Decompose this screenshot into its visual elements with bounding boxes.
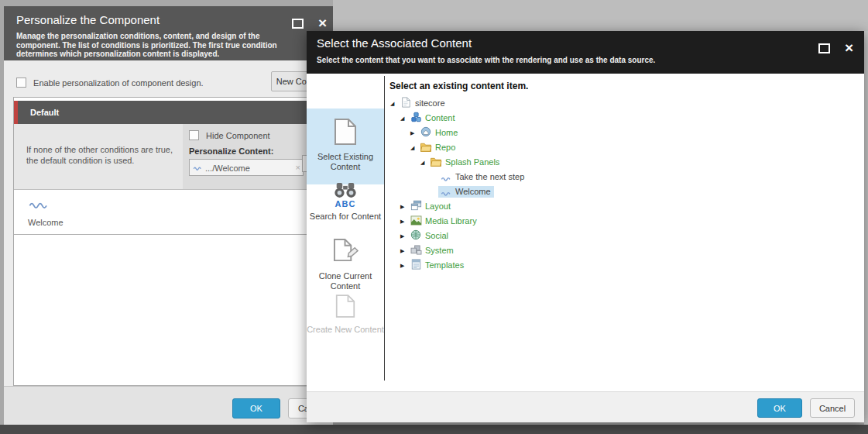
collapsed-expander-icon[interactable]: ▶ — [410, 126, 418, 140]
tree-item-label: sitecore — [415, 98, 445, 108]
collapsed-expander-icon[interactable]: ▶ — [400, 199, 408, 214]
dialog-header: Select the Associated Content Select the… — [307, 31, 864, 74]
layout-icon — [410, 200, 422, 215]
dialog-title: Personalize the Component — [16, 13, 160, 26]
expanded-expander-icon[interactable]: ◢ — [400, 111, 408, 126]
dialog-description: Manage the personalization conditions, c… — [16, 32, 286, 59]
desktop-background — [333, 0, 868, 31]
squiggle-icon — [193, 163, 203, 172]
enable-personalization-row: Enable personalization of component desi… — [16, 78, 204, 88]
sidebar-item-label: Select Existing Content — [307, 152, 384, 172]
tree-item-label: Repo — [435, 143, 455, 152]
collapsed-expander-icon[interactable]: ▶ — [400, 258, 408, 273]
dialog-header: Personalize the Component Manage the per… — [4, 6, 333, 60]
sidebar-item-label: Create New Content — [307, 325, 384, 335]
tree-item-sitecore[interactable]: ◢sitecore — [387, 96, 852, 111]
dialog-sidebar: Select Existing ContentABCSearch for Con… — [307, 74, 384, 391]
ok-button[interactable]: OK — [757, 398, 802, 418]
tree-item-content[interactable]: ◢Content — [387, 111, 852, 126]
tree-item-splash-panels[interactable]: ◢Splash Panels — [387, 155, 852, 170]
expanded-expander-icon[interactable]: ◢ — [390, 96, 398, 111]
condition-description: If none of the other conditions are true… — [14, 124, 183, 189]
tree-item-home[interactable]: ▶Home — [387, 126, 852, 140]
content-preview-item[interactable]: Welcome — [14, 190, 330, 235]
collapsed-expander-icon[interactable]: ▶ — [400, 214, 408, 229]
dialog-select-associated-content: Select the Associated Content Select the… — [307, 31, 864, 422]
tree-item-label: Splash Panels — [445, 157, 499, 167]
home-globe-icon — [420, 126, 432, 142]
ok-button[interactable]: OK — [232, 398, 280, 418]
clear-icon[interactable]: × — [296, 160, 300, 175]
hide-component-checkbox[interactable] — [189, 130, 199, 140]
tree-item-label: System — [425, 246, 454, 255]
tree-item-label: Content — [425, 113, 455, 122]
abc-icon-text: ABC — [307, 199, 384, 208]
conditions-panel: Default If none of the other conditions … — [13, 97, 331, 386]
personalize-content-value: .../Welcome — [205, 164, 250, 173]
tree-item-layout[interactable]: ▶Layout — [387, 199, 852, 214]
tree-item-label: Media Library — [425, 216, 477, 226]
content-heading: Select an existing content item. — [389, 81, 528, 91]
page-icon — [400, 97, 412, 112]
tree-item-label: Take the next step — [455, 172, 524, 181]
expanded-expander-icon[interactable]: ◢ — [410, 140, 418, 155]
default-condition-row: If none of the other conditions are true… — [14, 124, 330, 190]
clone-document-icon — [333, 254, 359, 267]
dialog-title: Select the Associated Content — [317, 36, 472, 50]
desktop-background-edge — [864, 31, 868, 425]
content-preview-label: Welcome — [28, 218, 330, 227]
close-icon[interactable]: × — [318, 18, 327, 29]
tree-item-label: Welcome — [455, 187, 491, 196]
cancel-button[interactable]: Cancel — [810, 398, 855, 418]
expanded-expander-icon[interactable]: ◢ — [420, 155, 428, 170]
document-icon — [334, 135, 357, 148]
globe-icon — [410, 229, 422, 245]
dialog-footer: OK Cancel — [4, 386, 333, 425]
templates-icon — [410, 259, 422, 274]
dialog-description: Select the content that you want to asso… — [317, 56, 655, 64]
tree-item-label: Social — [425, 231, 448, 240]
tree-item-templates[interactable]: ▶Templates — [387, 258, 852, 273]
squiggle-icon — [28, 198, 51, 211]
screen: Personalize the Component Manage the per… — [0, 0, 868, 434]
collapsed-expander-icon[interactable]: ▶ — [400, 229, 408, 243]
sidebar-item-create-new-content: Create New Content — [307, 284, 384, 350]
default-condition-header[interactable]: Default — [14, 101, 330, 124]
tree-item-label: Templates — [425, 260, 464, 270]
desktop-background-bottom — [0, 425, 868, 434]
tree-item-label: Layout — [425, 202, 451, 211]
collapsed-expander-icon[interactable]: ▶ — [400, 243, 408, 258]
sidebar-divider — [384, 76, 385, 381]
enable-personalization-label: Enable personalization of component desi… — [33, 78, 204, 88]
cubes-icon — [410, 112, 422, 127]
tree-item-take-the-next-step[interactable]: Take the next step — [387, 170, 852, 184]
dialog-personalize-component: Personalize the Component Manage the per… — [4, 6, 333, 425]
tree-item-welcome[interactable]: Welcome — [387, 184, 852, 199]
new-document-icon — [335, 308, 355, 321]
personalize-content-field[interactable]: .../Welcome × — [189, 159, 304, 176]
tree-item-repo[interactable]: ◢Repo — [387, 140, 852, 155]
enable-personalization-checkbox[interactable] — [16, 78, 26, 88]
tree-item-social[interactable]: ▶Social — [387, 229, 852, 243]
tree-item-media-library[interactable]: ▶Media Library — [387, 214, 852, 229]
maximize-icon[interactable] — [292, 19, 304, 29]
sidebar-item-label: Search for Content — [307, 212, 384, 222]
tree-item-system[interactable]: ▶System — [387, 243, 852, 258]
tree-item-label: Home — [435, 128, 458, 137]
dialog-footer: OK Cancel — [307, 391, 864, 422]
close-icon[interactable]: × — [845, 43, 853, 53]
maximize-icon[interactable] — [818, 43, 830, 53]
content-tree: ◢sitecore◢Content▶Home◢Repo◢Splash Panel… — [387, 96, 852, 273]
hide-component-label: Hide Component — [206, 131, 270, 140]
